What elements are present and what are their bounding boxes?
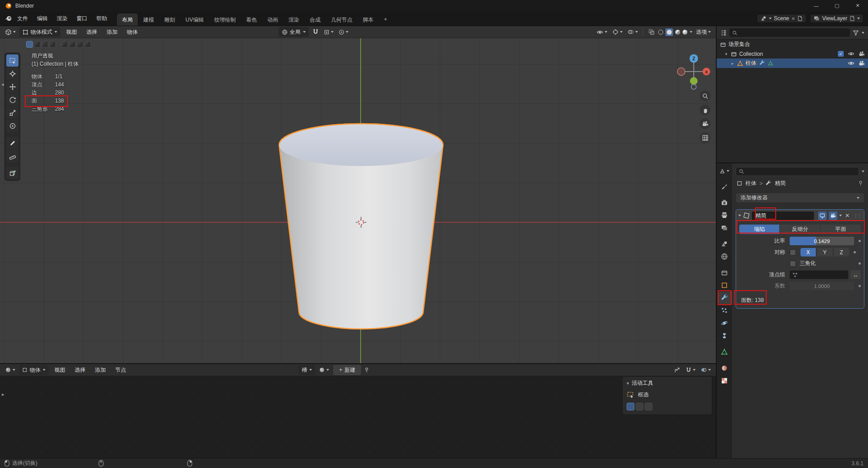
- gizmos-dropdown[interactable]: [611, 28, 624, 36]
- collapse-icon[interactable]: ▾: [724, 52, 728, 56]
- eye-icon[interactable]: [848, 50, 854, 57]
- minimize-button[interactable]: —: [806, 0, 827, 11]
- pin-icon[interactable]: [858, 180, 863, 186]
- gizmo-minus-x-axis[interactable]: [678, 68, 685, 76]
- scene-selector[interactable]: Scene ✕: [757, 14, 806, 23]
- workspace-tab-rendering[interactable]: 渲染: [284, 14, 304, 26]
- shading-solid-button[interactable]: [665, 28, 673, 36]
- node-snap-settings-dropdown[interactable]: [684, 366, 697, 374]
- snap-settings-dropdown[interactable]: [322, 28, 335, 36]
- select-option-1-button[interactable]: [61, 41, 68, 48]
- xray-toggle[interactable]: [647, 28, 656, 36]
- proportional-edit-toggle[interactable]: [337, 28, 350, 36]
- shading-wireframe-button[interactable]: [658, 30, 663, 35]
- menu-help[interactable]: 帮助: [92, 13, 112, 24]
- visibility-dropdown[interactable]: [595, 28, 609, 36]
- tool-measure[interactable]: [6, 150, 18, 162]
- invert-vertex-group-button[interactable]: ↔: [850, 270, 861, 279]
- breadcrumb-modifier[interactable]: 精简: [775, 180, 786, 187]
- workspace-tab-scripting[interactable]: 脚本: [358, 14, 379, 26]
- workspace-tab-geometry-nodes[interactable]: 几何节点: [326, 14, 357, 26]
- outliner-editor-icon[interactable]: [720, 30, 727, 36]
- tab-collection[interactable]: [717, 266, 732, 279]
- properties-editor-type-button[interactable]: [717, 166, 732, 176]
- properties-search-input[interactable]: [736, 167, 859, 176]
- tool-tile-3[interactable]: [645, 403, 652, 410]
- expand-icon[interactable]: ▸: [730, 61, 735, 66]
- tab-collapse[interactable]: 塌陷: [739, 225, 779, 234]
- view-layer-selector[interactable]: ViewLayer: [810, 14, 863, 23]
- new-layer-icon[interactable]: [850, 16, 855, 21]
- outliner-row-collection[interactable]: ▾ Collection ✓: [717, 49, 868, 58]
- node-snap-toggle[interactable]: [673, 366, 682, 374]
- active-tool-header[interactable]: ▾ 活动工具: [627, 379, 708, 387]
- drag-handle-icon[interactable]: ⋮⋮: [853, 213, 862, 218]
- tab-modifiers[interactable]: [718, 292, 732, 304]
- camera-view-button[interactable]: [700, 118, 710, 129]
- shader-type-dropdown[interactable]: 物体: [19, 365, 49, 375]
- tool-annotate[interactable]: [6, 137, 18, 149]
- viewport-menu-view[interactable]: 视图: [63, 27, 81, 37]
- tab-planar[interactable]: 平面: [821, 225, 861, 234]
- collection-checkbox[interactable]: ✓: [838, 51, 844, 57]
- tool-move[interactable]: [6, 81, 18, 93]
- pin-icon[interactable]: [364, 367, 370, 373]
- select-option-2-button[interactable]: [69, 41, 76, 48]
- transform-orientation-dropdown[interactable]: 全局: [279, 27, 309, 37]
- symmetry-checkbox[interactable]: [790, 249, 796, 256]
- camera-icon[interactable]: [859, 51, 865, 57]
- filter-icon[interactable]: [853, 30, 859, 36]
- vertex-group-field[interactable]: [790, 270, 848, 279]
- viewport-canvas[interactable]: ◂: [0, 38, 716, 363]
- menu-render[interactable]: 渲染: [52, 13, 72, 24]
- viewport-menu-select[interactable]: 选择: [83, 27, 101, 37]
- select-mode-subtract-button[interactable]: [41, 41, 48, 48]
- animate-dot-icon[interactable]: [859, 262, 861, 265]
- cylinder-object[interactable]: [276, 122, 447, 338]
- animate-dot-icon[interactable]: [859, 240, 861, 242]
- editor-type-button[interactable]: [4, 28, 17, 36]
- tab-scene[interactable]: [717, 238, 732, 250]
- workspace-tab-uv[interactable]: UV编辑: [181, 14, 209, 26]
- overlap-dropdown[interactable]: [699, 366, 712, 374]
- select-option-3-button[interactable]: [77, 41, 83, 48]
- outliner-row-scene-collection[interactable]: 场景集合: [717, 40, 868, 49]
- maximize-button[interactable]: ▢: [827, 0, 847, 11]
- camera-icon[interactable]: [859, 60, 865, 67]
- triangulate-checkbox[interactable]: [790, 261, 796, 267]
- select-option-4-button[interactable]: [84, 41, 91, 48]
- blender-menu-icon[interactable]: [5, 15, 13, 22]
- zoom-button[interactable]: [700, 90, 710, 101]
- slot-dropdown[interactable]: 槽: [298, 365, 315, 375]
- add-modifier-button[interactable]: 添加修改器: [736, 193, 864, 203]
- tab-object-data[interactable]: [717, 346, 732, 358]
- chevron-down-icon[interactable]: [862, 171, 864, 172]
- tab-physics[interactable]: [717, 317, 732, 329]
- mode-dropdown[interactable]: 物体模式: [19, 27, 60, 37]
- browse-material-dropdown[interactable]: [317, 366, 330, 374]
- shader-menu-select[interactable]: 选择: [71, 365, 89, 375]
- tab-output[interactable]: [717, 209, 732, 221]
- workspace-tab-layout[interactable]: 布局: [117, 14, 138, 26]
- tool-add-primitive[interactable]: [6, 167, 18, 179]
- select-mode-extend-button[interactable]: [34, 41, 41, 48]
- tab-render[interactable]: [717, 196, 732, 209]
- tab-view-layer[interactable]: [717, 221, 732, 234]
- unlink-scene-icon[interactable]: ✕: [791, 16, 795, 21]
- ratio-slider[interactable]: 0.1429: [790, 237, 854, 245]
- menu-file[interactable]: 文件: [13, 13, 32, 24]
- shading-material-button[interactable]: [675, 30, 680, 35]
- sidebar-expand-icon[interactable]: ◂: [1, 81, 4, 87]
- tab-texture[interactable]: [717, 374, 732, 387]
- ortho-toggle-button[interactable]: [700, 132, 710, 143]
- animate-dot-icon[interactable]: [859, 285, 861, 287]
- tool-select-box[interactable]: [6, 54, 18, 67]
- viewport-options-dropdown[interactable]: 选项: [695, 27, 712, 37]
- tool-rotate[interactable]: [6, 94, 18, 106]
- modifier-name-field[interactable]: 精简: [752, 212, 814, 220]
- snap-toggle[interactable]: [311, 28, 320, 36]
- viewport-menu-object[interactable]: 物体: [123, 27, 141, 37]
- editor-type-button[interactable]: [4, 366, 17, 374]
- add-workspace-button[interactable]: +: [379, 14, 392, 26]
- show-in-render-toggle[interactable]: [829, 212, 837, 220]
